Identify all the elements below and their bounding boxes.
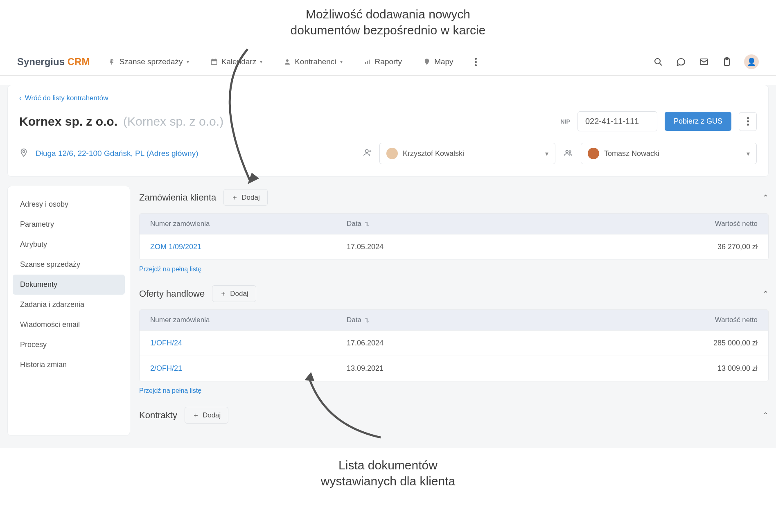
avatar-icon xyxy=(386,148,398,159)
logo: Synergius CRM xyxy=(17,56,90,68)
nav-sales[interactable]: Szanse sprzedaży ▾ xyxy=(108,57,189,66)
address-link[interactable]: Długa 12/6, 22-100 Gdańsk, PL (Adres głó… xyxy=(36,149,198,158)
dollar-icon xyxy=(108,58,115,65)
nav-reports-label: Raporty xyxy=(375,57,402,66)
orders-add-button[interactable]: ＋ Dodaj xyxy=(223,189,267,206)
order-net: 36 270,00 zł xyxy=(469,243,758,251)
sidebar-item-history[interactable]: Historia zmian xyxy=(13,355,125,375)
table-row[interactable]: 2/OFH/21 13.09.2021 13 009,00 zł xyxy=(140,356,768,381)
sidebar-item-sales[interactable]: Szanse sprzedaży xyxy=(13,255,125,275)
svg-point-6 xyxy=(655,59,660,64)
sidebar-item-tasks[interactable]: Zadania i zdarzenia xyxy=(13,295,125,315)
nav-reports[interactable]: Raporty xyxy=(364,57,402,66)
gus-fetch-button[interactable]: Pobierz z GUS xyxy=(665,112,731,131)
table-row[interactable]: 1/OFH/24 17.06.2024 285 000,00 zł xyxy=(140,330,768,356)
nav-contractors[interactable]: Kontrahenci ▾ xyxy=(284,57,342,66)
offer-number-link[interactable]: 2/OFH/21 xyxy=(150,364,347,373)
nav-more[interactable] xyxy=(475,58,477,66)
plus-icon: ＋ xyxy=(220,289,227,298)
title-row: Kornex sp. z o.o. (Kornex sp. z o.o.) NI… xyxy=(19,111,757,131)
user-avatar[interactable]: 👤 xyxy=(744,54,759,69)
mail-icon[interactable] xyxy=(698,56,710,68)
back-link-label: Wróć do listy kontrahentów xyxy=(25,94,108,102)
nav-calendar[interactable]: Kalendarz ▾ xyxy=(210,57,263,66)
sidebar-item-addresses[interactable]: Adresy i osoby xyxy=(13,194,125,214)
col-number[interactable]: Numer zamówienia xyxy=(150,220,347,228)
calendar-icon xyxy=(210,58,218,65)
sidebar-item-processes[interactable]: Procesy xyxy=(13,335,125,355)
offers-table-head: Numer zamówienia Data⇅ Wartość netto xyxy=(140,310,768,330)
order-number-link[interactable]: ZOM 1/09/2021 xyxy=(150,243,347,251)
offers-full-list-link[interactable]: Przejdź na pełną listę xyxy=(139,387,201,394)
search-icon[interactable] xyxy=(652,56,664,68)
topbar-right: 👤 xyxy=(652,54,759,69)
sidebar-item-attributes[interactable]: Atrybuty xyxy=(13,234,125,255)
group-icon xyxy=(563,148,573,159)
offer-net: 285 000,00 zł xyxy=(469,339,758,347)
logo-text-b: CRM xyxy=(68,56,90,67)
sidebar-item-emails[interactable]: Wiadomości email xyxy=(13,315,125,335)
offer-date: 17.06.2024 xyxy=(347,339,469,347)
svg-point-10 xyxy=(23,151,25,153)
offer-date: 13.09.2021 xyxy=(347,364,469,373)
main-content: Zamówienia klienta ＋ Dodaj ⌃ Numer zamów… xyxy=(139,186,769,436)
col-date[interactable]: Data⇅ xyxy=(347,220,469,228)
page-body: ‹ Wróć do listy kontrahentów Kornex sp. … xyxy=(0,85,776,448)
contracts-section: Kontrakty ＋ Dodaj ⌃ xyxy=(139,407,769,424)
contracts-title: Kontrakty xyxy=(139,410,177,421)
orders-table: Numer zamówienia Data⇅ Wartość netto ZOM… xyxy=(139,213,769,260)
logo-text-a: Synergius xyxy=(17,56,68,67)
add-label: Dodaj xyxy=(241,194,259,202)
contracts-add-button[interactable]: ＋ Dodaj xyxy=(185,407,228,424)
nav-maps[interactable]: Mapy xyxy=(423,57,453,66)
sidebar-item-documents[interactable]: Dokumenty xyxy=(13,275,125,295)
add-label: Dodaj xyxy=(230,290,248,298)
chat-icon[interactable] xyxy=(675,56,687,68)
sidebar-item-parameters[interactable]: Parametry xyxy=(13,214,125,234)
contact-select[interactable]: Tomasz Nowacki ▾ xyxy=(581,143,757,164)
svg-point-13 xyxy=(569,151,571,152)
nav-sales-label: Szanse sprzedaży xyxy=(119,57,183,66)
col-number[interactable]: Numer zamówienia xyxy=(150,316,347,324)
chevron-down-icon: ▾ xyxy=(545,150,548,158)
orders-section: Zamówienia klienta ＋ Dodaj ⌃ Numer zamów… xyxy=(139,189,769,273)
nip-input[interactable] xyxy=(577,111,657,131)
nip-block: NIP Pobierz z GUS xyxy=(561,111,757,131)
dots-vertical-icon xyxy=(747,117,749,126)
svg-rect-5 xyxy=(369,60,370,64)
topbar: Synergius CRM Szanse sprzedaży ▾ Kalenda… xyxy=(0,48,776,75)
col-net[interactable]: Wartość netto xyxy=(469,220,758,228)
sort-icon: ⇅ xyxy=(365,221,369,227)
nip-label: NIP xyxy=(561,118,570,125)
contact-name: Tomasz Nowacki xyxy=(604,149,742,158)
collapse-icon[interactable]: ⌃ xyxy=(762,289,769,298)
clipboard-icon[interactable] xyxy=(721,56,733,68)
col-date[interactable]: Data⇅ xyxy=(347,316,469,324)
chevron-left-icon: ‹ xyxy=(19,94,22,102)
divider xyxy=(0,75,776,76)
avatar-icon xyxy=(588,148,599,159)
offers-add-button[interactable]: ＋ Dodaj xyxy=(212,285,256,302)
offer-number-link[interactable]: 1/OFH/24 xyxy=(150,339,347,347)
offers-title: Oferty handlowe xyxy=(139,289,205,299)
orders-title: Zamówienia klienta xyxy=(139,192,216,203)
contractor-header-card: ‹ Wróć do listy kontrahentów Kornex sp. … xyxy=(7,85,769,177)
collapse-icon[interactable]: ⌃ xyxy=(762,411,769,420)
plus-icon: ＋ xyxy=(192,410,199,420)
collapse-icon[interactable]: ⌃ xyxy=(762,193,769,202)
more-actions-button[interactable] xyxy=(739,112,757,131)
orders-table-head: Numer zamówienia Data⇅ Wartość netto xyxy=(140,214,768,234)
chevron-down-icon: ▾ xyxy=(747,150,750,158)
page-title: Kornex sp. z o.o. xyxy=(19,115,117,128)
main-nav: Szanse sprzedaży ▾ Kalendarz ▾ Kontrahen… xyxy=(108,57,476,66)
table-row[interactable]: ZOM 1/09/2021 17.05.2024 36 270,00 zł xyxy=(140,234,768,259)
col-net[interactable]: Wartość netto xyxy=(469,316,758,324)
offers-section: Oferty handlowe ＋ Dodaj ⌃ Numer zamówien… xyxy=(139,285,769,394)
chevron-down-icon: ▾ xyxy=(260,59,262,65)
order-date: 17.05.2024 xyxy=(347,243,469,251)
nav-contractors-label: Kontrahenci xyxy=(295,57,336,66)
back-link[interactable]: ‹ Wróć do listy kontrahentów xyxy=(19,94,757,102)
owner-select[interactable]: Krzysztof Kowalski ▾ xyxy=(379,143,555,164)
sidebar: Adresy i osoby Parametry Atrybuty Szanse… xyxy=(7,186,130,436)
orders-full-list-link[interactable]: Przejdź na pełną listę xyxy=(139,266,201,273)
